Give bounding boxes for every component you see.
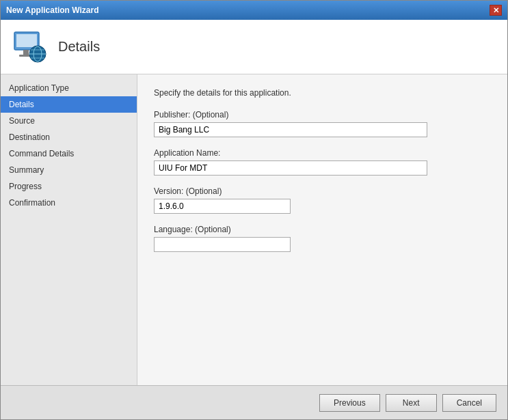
sidebar-item-source[interactable]: Source [1, 113, 137, 129]
version-input[interactable] [154, 199, 291, 214]
content-area: Specify the details for this application… [137, 74, 507, 385]
sidebar-item-confirmation[interactable]: Confirmation [1, 195, 137, 211]
title-bar: New Application Wizard ✕ [1, 1, 507, 20]
wizard-icon [12, 29, 47, 65]
publisher-input[interactable] [154, 122, 427, 137]
app-name-input[interactable] [154, 160, 427, 176]
main-content: Application Type Details Source Destinat… [1, 74, 507, 385]
app-name-label: Application Name: [154, 148, 491, 158]
version-label: Version: (Optional) [154, 186, 491, 196]
previous-button[interactable]: Previous [319, 394, 380, 412]
publisher-label: Publisher: (Optional) [154, 110, 491, 120]
header-section: Details [1, 20, 507, 74]
close-button[interactable]: ✕ [490, 5, 502, 16]
sidebar-item-destination[interactable]: Destination [1, 129, 137, 145]
app-name-group: Application Name: [154, 148, 491, 176]
sidebar-item-application-type[interactable]: Application Type [1, 80, 137, 96]
svg-rect-2 [23, 50, 29, 55]
footer: Previous Next Cancel [1, 385, 507, 419]
sidebar-item-command-details[interactable]: Command Details [1, 145, 137, 162]
language-input[interactable] [154, 237, 291, 252]
page-title: Details [58, 39, 100, 55]
instruction-text: Specify the details for this application… [154, 88, 491, 98]
sidebar-item-progress[interactable]: Progress [1, 178, 137, 195]
language-group: Language: (Optional) [154, 225, 491, 252]
sidebar-item-summary[interactable]: Summary [1, 162, 137, 178]
svg-rect-1 [16, 34, 37, 47]
publisher-group: Publisher: (Optional) [154, 110, 491, 137]
window-title: New Application Wizard [6, 5, 98, 15]
cancel-button[interactable]: Cancel [442, 394, 496, 412]
language-label: Language: (Optional) [154, 225, 491, 234]
wizard-window: New Application Wizard ✕ Details [0, 0, 508, 420]
sidebar-item-details[interactable]: Details [1, 96, 137, 113]
sidebar: Application Type Details Source Destinat… [1, 74, 137, 385]
next-button[interactable]: Next [386, 394, 437, 412]
version-group: Version: (Optional) [154, 186, 491, 214]
